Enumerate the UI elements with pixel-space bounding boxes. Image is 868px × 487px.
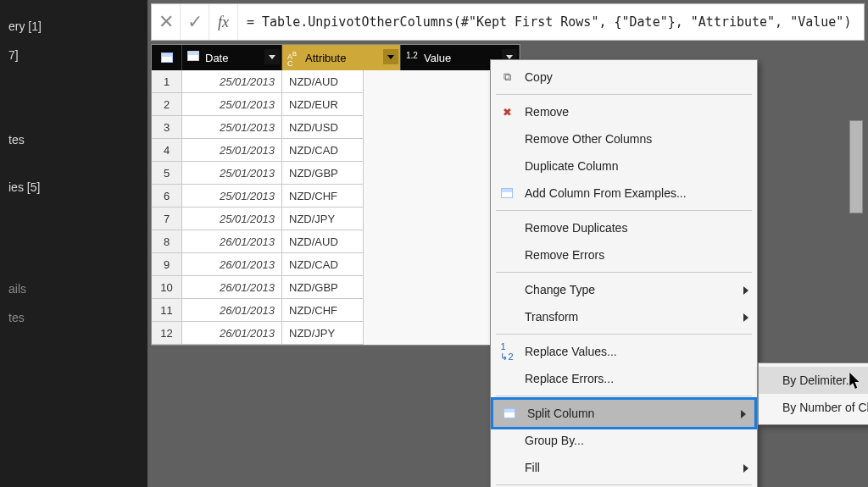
cell-attribute[interactable]: NZD/GBP	[282, 162, 364, 185]
column-dropdown-icon[interactable]	[264, 49, 280, 64]
cancel-formula-button[interactable]: ✕	[152, 4, 181, 40]
sidebar-item: tes	[8, 303, 139, 332]
table-row[interactable]: 926/01/2013NZD/CAD	[152, 253, 520, 276]
table-row[interactable]: 725/01/2013NZD/JPY	[152, 208, 520, 230]
ctx-remove-duplicates[interactable]: Remove Duplicates	[491, 214, 757, 241]
ctx-remove-errors[interactable]: Remove Errors	[491, 241, 757, 268]
ctx-add-from-examples[interactable]: Add Column From Examples...	[491, 180, 757, 207]
row-number: 10	[152, 276, 182, 299]
formula-text[interactable]: = Table.UnpivotOtherColumns(#"Kept First…	[238, 14, 864, 30]
ctx-copy[interactable]: ⧉Copy	[491, 64, 757, 91]
ctx-transform[interactable]: Transform	[491, 303, 757, 330]
copy-icon: ⧉	[499, 69, 515, 85]
cell-attribute[interactable]: NZD/AUD	[282, 70, 364, 93]
cell-date[interactable]: 25/01/2013	[182, 185, 282, 208]
calendar-icon	[187, 51, 201, 64]
table-row[interactable]: 1026/01/2013NZD/GBP	[152, 276, 520, 299]
mouse-cursor	[849, 373, 863, 390]
column-label: Date	[205, 52, 228, 64]
cell-date[interactable]: 26/01/2013	[182, 276, 282, 299]
row-number: 4	[152, 139, 182, 162]
cell-date[interactable]: 25/01/2013	[182, 70, 282, 93]
cell-attribute[interactable]: NZD/GBP	[282, 276, 364, 299]
replace-icon: 1↳2	[499, 344, 515, 359]
table-row[interactable]: 225/01/2013NZD/EUR	[152, 93, 520, 116]
split-icon	[502, 406, 517, 421]
ctx-remove-other[interactable]: Remove Other Columns	[491, 125, 757, 152]
sidebar-item: ails	[8, 274, 139, 303]
column-header-date[interactable]: Date	[182, 45, 282, 70]
sidebar-item[interactable]: 7]	[8, 41, 139, 69]
ctx-fill[interactable]: Fill	[491, 454, 757, 481]
row-number: 1	[152, 70, 182, 93]
sidebar-item[interactable]: ery [1]	[8, 12, 139, 41]
main-area: ✕ ✓ fx = Table.UnpivotOtherColumns(#"Kep…	[147, 0, 868, 487]
cell-attribute[interactable]: NZD/CHF	[282, 185, 364, 208]
cell-attribute[interactable]: NZD/JPY	[282, 208, 364, 230]
table-row[interactable]: 1226/01/2013NZD/JPY	[152, 322, 520, 345]
row-number: 7	[152, 208, 182, 230]
vertical-scrollbar[interactable]	[849, 120, 863, 213]
ctx-replace-values[interactable]: 1↳2Replace Values...	[491, 338, 757, 365]
data-grid[interactable]: Date ABC Attribute 1.2 Value 125/01/2013…	[151, 44, 520, 346]
cell-date[interactable]: 26/01/2013	[182, 253, 282, 276]
table-row[interactable]: 525/01/2013NZD/GBP	[152, 162, 520, 185]
row-number: 9	[152, 253, 182, 276]
cell-attribute[interactable]: NZD/CAD	[282, 139, 364, 162]
subctx-by-characters[interactable]: By Number of Characters...	[759, 394, 868, 421]
row-number: 8	[152, 230, 182, 253]
ctx-change-type[interactable]: Change Type	[491, 276, 757, 303]
fx-icon[interactable]: fx	[209, 4, 238, 40]
row-number: 5	[152, 162, 182, 185]
cell-date[interactable]: 26/01/2013	[182, 299, 282, 322]
sidebar-item[interactable]: ies [5]	[8, 173, 139, 202]
ctx-split-column[interactable]: Split Column	[491, 397, 757, 429]
cell-attribute[interactable]: NZD/AUD	[282, 230, 364, 253]
table-row[interactable]: 125/01/2013NZD/AUD	[152, 70, 520, 93]
queries-sidebar: ery [1] 7] tes ies [5] ails tes	[0, 0, 147, 487]
ctx-remove[interactable]: ✖Remove	[491, 98, 757, 125]
sidebar-item[interactable]: tes	[8, 125, 139, 154]
remove-icon: ✖	[499, 104, 515, 119]
ctx-group-by[interactable]: Group By...	[491, 427, 757, 454]
grid-header-row: Date ABC Attribute 1.2 Value	[152, 45, 520, 70]
row-number: 12	[152, 322, 182, 345]
row-number: 6	[152, 185, 182, 208]
row-number: 3	[152, 116, 182, 139]
text-type-icon: ABC	[287, 51, 301, 64]
cell-attribute[interactable]: NZD/USD	[282, 116, 364, 139]
column-label: Attribute	[305, 52, 346, 64]
cell-attribute[interactable]: NZD/EUR	[282, 93, 364, 116]
table-row[interactable]: 325/01/2013NZD/USD	[152, 116, 520, 139]
table-row[interactable]: 425/01/2013NZD/CAD	[152, 139, 520, 162]
cell-attribute[interactable]: NZD/JPY	[282, 322, 364, 345]
cell-date[interactable]: 26/01/2013	[182, 230, 282, 253]
cell-date[interactable]: 25/01/2013	[182, 208, 282, 230]
confirm-formula-button[interactable]: ✓	[181, 4, 209, 40]
ctx-duplicate[interactable]: Duplicate Column	[491, 152, 757, 180]
number-type-icon: 1.2	[406, 51, 420, 64]
column-context-menu: ⧉Copy ✖Remove Remove Other Columns Dupli…	[490, 59, 758, 487]
cell-date[interactable]: 25/01/2013	[182, 116, 282, 139]
column-dropdown-icon[interactable]	[383, 49, 398, 64]
formula-bar: ✕ ✓ fx = Table.UnpivotOtherColumns(#"Kep…	[151, 3, 865, 41]
column-label: Value	[424, 52, 451, 64]
row-number: 11	[152, 299, 182, 322]
cell-attribute[interactable]: NZD/CHF	[282, 299, 364, 322]
cell-date[interactable]: 25/01/2013	[182, 162, 282, 185]
select-all-corner[interactable]	[152, 45, 182, 70]
cell-date[interactable]: 26/01/2013	[182, 322, 282, 345]
app-root: ery [1] 7] tes ies [5] ails tes ✕ ✓ fx =…	[0, 0, 868, 487]
column-header-attribute[interactable]: ABC Attribute	[282, 45, 401, 70]
table-plus-icon	[499, 185, 515, 201]
table-row[interactable]: 1126/01/2013NZD/CHF	[152, 299, 520, 322]
ctx-replace-errors[interactable]: Replace Errors...	[491, 365, 757, 392]
table-row[interactable]: 826/01/2013NZD/AUD	[152, 230, 520, 253]
table-row[interactable]: 625/01/2013NZD/CHF	[152, 185, 520, 208]
cell-date[interactable]: 25/01/2013	[182, 139, 282, 162]
cell-date[interactable]: 25/01/2013	[182, 93, 282, 116]
row-number: 2	[152, 93, 182, 116]
cell-attribute[interactable]: NZD/CAD	[282, 253, 364, 276]
